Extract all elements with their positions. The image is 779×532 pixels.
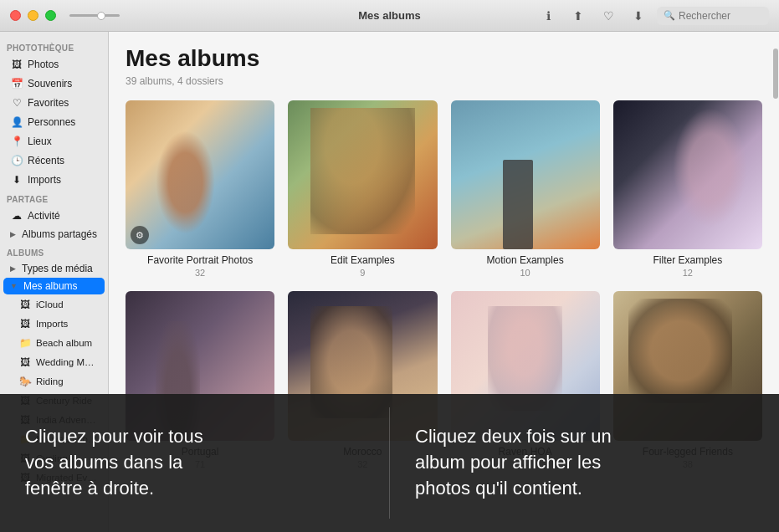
download-button[interactable]: ⬇ [627, 7, 650, 25]
disclosure-icon: ▶ [10, 230, 16, 238]
sidebar-item-types-media[interactable]: ▶ Types de média [3, 260, 105, 277]
album-thumb-favorite-portrait: ⚙ [126, 100, 274, 249]
minimize-button[interactable] [28, 10, 38, 21]
lieux-icon: 📍 [10, 135, 23, 148]
sidebar-item-favorites[interactable]: ♡ Favorites [3, 94, 105, 112]
types-media-disclosure-icon: ▶ [10, 264, 16, 273]
annotation-left-text: Cliquez pour voir tousvos albums dans la… [25, 424, 364, 501]
album-thumb-filter-examples [613, 100, 762, 249]
info-button[interactable]: ℹ [536, 7, 560, 25]
sidebar-item-personnes[interactable]: 👤 Personnes [3, 113, 105, 131]
search-icon: 🔍 [664, 10, 675, 21]
titlebar-actions: ℹ ⬆ ♡ ⬇ 🔍 [536, 7, 769, 25]
scroll-thumb [773, 49, 778, 99]
sidebar-item-wedding-mem[interactable]: 🖼 Wedding Mem… [3, 353, 105, 371]
sidebar-item-albums-partages[interactable]: ▶ Albums partagés [3, 226, 105, 243]
sidebar-item-beach-album[interactable]: 📁 Beach album [3, 334, 105, 352]
favorite-button[interactable]: ♡ [597, 7, 620, 25]
sidebar-item-mes-albums[interactable]: ▼ Mes albums [3, 278, 105, 294]
album-thumb-edit-examples [288, 100, 437, 249]
beach-album-icon: 📁 [18, 336, 32, 350]
personnes-icon: 👤 [10, 115, 23, 129]
album-item-motion-examples[interactable]: Motion Examples 10 [451, 100, 600, 278]
sidebar-item-riding[interactable]: 🐎 Riding [3, 372, 105, 391]
photos-icon: 🖼 [10, 58, 23, 71]
sidebar-item-icloud[interactable]: 🖼 iCloud [3, 295, 105, 314]
search-input[interactable] [679, 10, 762, 22]
close-button[interactable] [10, 10, 21, 21]
page-title: Mes albums [126, 45, 762, 72]
slider-thumb [97, 12, 105, 20]
wedding-mem-icon: 🖼 [18, 356, 32, 369]
album-name-0: Favorite Portrait Photos [126, 254, 274, 266]
souvenirs-icon: 📅 [10, 77, 23, 90]
activite-icon: ☁ [10, 209, 23, 223]
sidebar-item-imports-sub[interactable]: 🖼 Imports [3, 315, 105, 333]
album-count-2: 10 [451, 268, 600, 278]
sidebar-section-partage: Partage [0, 190, 108, 206]
window-title: Mes albums [358, 9, 420, 22]
sidebar-section-albums: Albums [0, 243, 108, 259]
album-item-favorite-portrait[interactable]: ⚙ Favorite Portrait Photos 32 [126, 100, 274, 278]
imports-sub-icon: 🖼 [18, 317, 32, 330]
album-name-1: Edit Examples [288, 254, 437, 266]
sidebar-item-lieux[interactable]: 📍 Lieux [3, 132, 105, 151]
sidebar-item-photos[interactable]: 🖼 Photos [3, 55, 105, 74]
riding-icon: 🐎 [18, 375, 32, 388]
page-subtitle: 39 albums, 4 dossiers [126, 75, 762, 87]
album-name-2: Motion Examples [451, 254, 600, 266]
annotation-overlay: Cliquez pour voir tousvos albums dans la… [0, 394, 779, 532]
sidebar-item-souvenirs[interactable]: 📅 Souvenirs [3, 74, 105, 93]
annotation-right: Cliquez deux fois sur unalbum pour affic… [390, 407, 779, 518]
icloud-icon: 🖼 [18, 298, 32, 311]
sidebar-item-activite[interactable]: ☁ Activité [3, 207, 105, 225]
annotation-left: Cliquez pour voir tousvos albums dans la… [0, 407, 390, 518]
album-count-1: 9 [288, 268, 437, 278]
annotation-right-text: Cliquez deux fois sur unalbum pour affic… [415, 424, 754, 501]
recents-icon: 🕒 [10, 154, 23, 167]
imports-icon: ⬇ [10, 173, 23, 187]
search-box[interactable]: 🔍 [657, 7, 769, 25]
sidebar-section-phototheque: Photothèque [0, 38, 108, 54]
scroll-indicator[interactable] [772, 32, 779, 394]
sidebar-resize-slider[interactable] [69, 9, 128, 23]
mes-albums-disclosure-icon: ▼ [10, 282, 18, 290]
sidebar-item-recents[interactable]: 🕒 Récents [3, 151, 105, 170]
album-thumb-motion-examples [451, 100, 600, 249]
album-count-3: 12 [613, 268, 762, 278]
window-controls [10, 9, 128, 23]
maximize-button[interactable] [45, 10, 56, 21]
share-button[interactable]: ⬆ [566, 7, 590, 25]
album-name-3: Filter Examples [613, 254, 762, 266]
slider-track [69, 14, 120, 17]
favorites-icon: ♡ [10, 96, 23, 110]
titlebar: Mes albums ℹ ⬆ ♡ ⬇ 🔍 [0, 0, 779, 32]
settings-badge: ⚙ [131, 226, 149, 244]
sidebar-item-imports[interactable]: ⬇ Imports [3, 171, 105, 189]
album-item-edit-examples[interactable]: Edit Examples 9 [288, 100, 437, 278]
album-item-filter-examples[interactable]: Filter Examples 12 [613, 100, 762, 278]
album-count-0: 32 [126, 268, 274, 278]
